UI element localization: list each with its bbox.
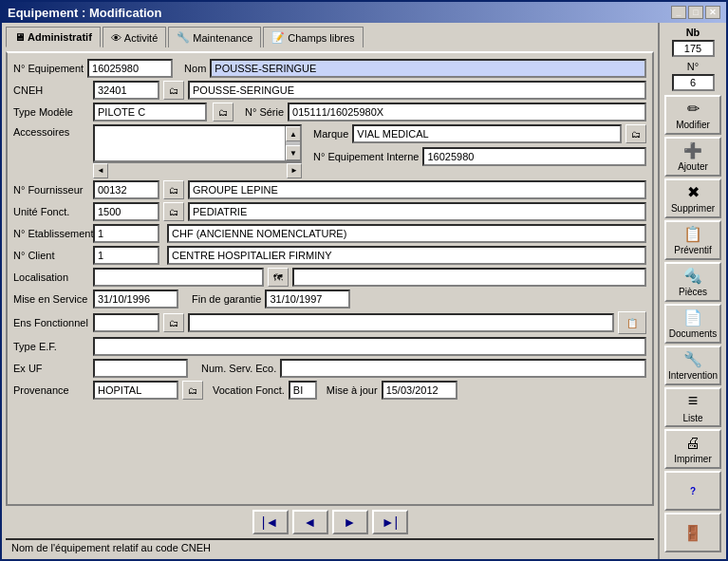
num-equipement-input[interactable] <box>87 59 173 78</box>
row-ens-fonctionnel: Ens Fonctionnel 🗂 📋 <box>13 311 646 334</box>
cneh-text-input[interactable] <box>188 81 646 100</box>
title-bar: Equipement : Modification _ □ ✕ <box>2 2 726 23</box>
maximize-button[interactable]: □ <box>688 6 703 19</box>
ajouter-button[interactable]: ➕ Ajouter <box>664 137 721 177</box>
last-icon: ►| <box>382 514 399 530</box>
num-serv-eco-input[interactable] <box>280 359 646 378</box>
fournisseur-name-input[interactable] <box>188 180 646 199</box>
localisation-browse-button[interactable]: 🗺 <box>268 268 289 287</box>
fournisseur-browse-icon: 🗂 <box>169 185 178 196</box>
supprimer-label: Supprimer <box>671 203 715 214</box>
scroll-left-button[interactable]: ◄ <box>93 163 108 178</box>
marque-section: Marque 🗂 N° Equipement Interne <box>313 124 646 169</box>
num-etablissement-input[interactable] <box>93 224 159 243</box>
nom-input[interactable] <box>210 59 646 78</box>
etablissement-name-input[interactable] <box>167 224 646 243</box>
accessories-scrollbar[interactable]: ▲ ▼ <box>285 126 300 160</box>
preventif-button[interactable]: 📋 Préventif <box>664 220 721 260</box>
sidebar: Nb 175 N° 6 ✏ Modifier ➕ Ajouter ✖ Suppr… <box>658 23 726 559</box>
nav-bar: |◄ ◄ ► ►| <box>6 506 654 538</box>
intervention-icon: 🔧 <box>683 350 702 368</box>
num-equip-interne-input[interactable] <box>422 147 646 166</box>
liste-button[interactable]: ≡ Liste <box>664 387 721 427</box>
type-modele-input[interactable] <box>93 103 207 122</box>
cneh-browse-button[interactable]: 🗂 <box>163 81 184 100</box>
tab-activite[interactable]: 👁 Activité <box>103 27 166 47</box>
tab-maintenance-label: Maintenance <box>193 32 252 44</box>
tab-champs-libres-label: Champs libres <box>288 32 354 44</box>
pieces-button[interactable]: 🔩 Pièces <box>664 262 721 302</box>
documents-button[interactable]: 📄 Documents <box>664 304 721 344</box>
tab-maintenance[interactable]: 🔧 Maintenance <box>168 27 261 47</box>
row-num-equipement: N° Equipement Nom <box>13 59 646 78</box>
scroll-right-button[interactable]: ► <box>287 163 302 178</box>
close-button[interactable]: ✕ <box>705 6 720 19</box>
type-modele-browse-button[interactable]: 🗂 <box>213 103 233 122</box>
imprimer-button[interactable]: 🖨 Imprimer <box>664 429 721 469</box>
vocation-fonct-label: Vocation Fonct. <box>213 384 285 396</box>
scroll-up-button[interactable]: ▲ <box>286 126 301 141</box>
provenance-input[interactable] <box>93 381 178 400</box>
unite-fonct-label: Unité Fonct. <box>13 206 89 217</box>
intervention-label: Intervention <box>668 370 718 381</box>
marque-browse-button[interactable]: 🗂 <box>625 124 646 143</box>
mise-a-jour-input[interactable] <box>382 381 457 400</box>
fin-garantie-input[interactable] <box>265 290 350 309</box>
ens-fonctionnel-action-button[interactable]: 📋 <box>618 311 646 334</box>
num-client-label: N° Client <box>13 250 89 261</box>
num-serv-eco-label: Num. Serv. Eco. <box>201 363 276 374</box>
first-button[interactable]: |◄ <box>252 510 289 534</box>
minimize-button[interactable]: _ <box>671 6 686 19</box>
scroll-down-button[interactable]: ▼ <box>286 145 301 160</box>
imprimer-label: Imprimer <box>674 454 711 464</box>
fournisseur-browse-button[interactable]: 🗂 <box>163 180 184 199</box>
content-area: 🖥 Administratif 👁 Activité 🔧 Maintenance… <box>2 23 658 559</box>
num-client-input[interactable] <box>93 246 159 265</box>
accessoires-box[interactable]: ▲ ▼ <box>93 124 302 162</box>
ens-fonctionnel-input[interactable] <box>93 313 159 332</box>
localisation-input[interactable] <box>93 268 264 287</box>
num-serie-input[interactable] <box>288 103 646 122</box>
last-button[interactable]: ►| <box>372 510 408 534</box>
tab-maintenance-icon: 🔧 <box>177 31 190 44</box>
next-icon: ► <box>344 514 357 530</box>
tab-administratif-label: Administratif <box>28 31 92 43</box>
marque-input[interactable] <box>352 124 622 143</box>
ens-fonctionnel-text-input[interactable] <box>188 313 614 332</box>
tab-champs-libres-icon: 📝 <box>271 31 285 44</box>
tab-bar: 🖥 Administratif 👁 Activité 🔧 Maintenance… <box>6 27 654 47</box>
tab-champs-libres[interactable]: 📝 Champs libres <box>263 27 363 47</box>
intervention-button[interactable]: 🔧 Intervention <box>664 346 721 385</box>
ajouter-label: Ajouter <box>678 161 708 172</box>
unite-fonct-input[interactable] <box>93 202 159 221</box>
num-serie-label: N° Série <box>245 106 284 118</box>
ens-fonctionnel-browse-button[interactable]: 🗂 <box>163 313 184 332</box>
row-ex-uf: Ex UF Num. Serv. Eco. <box>13 359 646 378</box>
supprimer-icon: ✖ <box>687 183 700 201</box>
next-button[interactable]: ► <box>332 510 368 534</box>
cneh-input[interactable] <box>93 81 159 100</box>
tab-administratif[interactable]: 🖥 Administratif <box>6 27 101 47</box>
unite-fonct-name-input[interactable] <box>188 202 646 221</box>
row-localisation: Localisation 🗺 <box>13 268 646 287</box>
quitter-button[interactable]: 🚪 <box>664 513 721 552</box>
ex-uf-input[interactable] <box>93 359 188 378</box>
vocation-fonct-input[interactable] <box>289 381 317 400</box>
localisation-text-input[interactable] <box>292 268 646 287</box>
num-fournisseur-input[interactable] <box>93 180 159 199</box>
main-layout: 🖥 Administratif 👁 Activité 🔧 Maintenance… <box>2 23 726 559</box>
num-equip-interne-row: N° Equipement Interne <box>313 147 646 166</box>
client-name-input[interactable] <box>167 246 646 265</box>
type-ef-input[interactable] <box>93 337 646 356</box>
modifier-button[interactable]: ✏ Modifier <box>664 95 721 135</box>
prev-button[interactable]: ◄ <box>292 510 328 534</box>
form-area: N° Equipement Nom CNEH 🗂 Type Modèl <box>6 51 654 506</box>
provenance-browse-button[interactable]: 🗂 <box>182 381 203 400</box>
unite-fonct-browse-button[interactable]: 🗂 <box>163 202 184 221</box>
main-window: Equipement : Modification _ □ ✕ 🖥 Admini… <box>0 0 728 561</box>
mise-en-service-input[interactable] <box>93 290 178 309</box>
row-mise-en-service: Mise en Service Fin de garantie <box>13 290 646 309</box>
aide-button[interactable]: ? <box>664 471 721 511</box>
row-type-modele: Type Modèle 🗂 N° Série <box>13 103 646 122</box>
supprimer-button[interactable]: ✖ Supprimer <box>664 178 721 218</box>
